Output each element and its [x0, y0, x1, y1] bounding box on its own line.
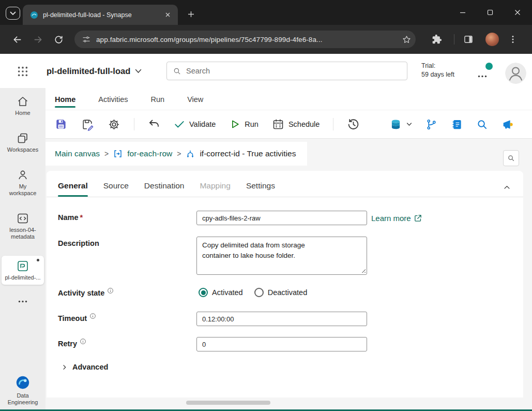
- radio-deactivated[interactable]: Deactivated: [254, 288, 308, 297]
- validate-button[interactable]: Validate: [174, 119, 216, 130]
- canvas-search-button[interactable]: [503, 150, 519, 166]
- tab-search-button[interactable]: [6, 7, 20, 20]
- breadcrumb-separator: >: [104, 150, 109, 158]
- breadcrumb-main-canvas[interactable]: Main canvas: [55, 149, 100, 158]
- tab-label: Source: [103, 181, 129, 190]
- radio-label: Deactivated: [268, 288, 308, 297]
- notebook-button[interactable]: [451, 119, 463, 130]
- trial-label: Trial:: [421, 62, 454, 70]
- workspaces-icon: [17, 132, 29, 144]
- copy-data-dropdown-button[interactable]: [389, 118, 412, 131]
- bookmark-star-button[interactable]: [402, 35, 412, 45]
- sidebar-more-button[interactable]: [2, 300, 44, 303]
- maximize-button[interactable]: [476, 0, 504, 25]
- chevron-up-icon: [503, 184, 511, 192]
- validate-label: Validate: [189, 120, 216, 128]
- tab-view[interactable]: View: [187, 88, 203, 110]
- sidebar-item-label: pl-delimited-...: [5, 274, 40, 281]
- canvas-breadcrumb-row: Main canvas > for-each-row > if-correct-…: [45, 139, 532, 166]
- tab-run[interactable]: Run: [151, 88, 165, 110]
- toolbar-divider: [333, 118, 333, 130]
- info-icon: [107, 287, 114, 294]
- browser-menu-button[interactable]: [504, 31, 522, 48]
- check-icon: [174, 119, 185, 130]
- extensions-button[interactable]: [428, 31, 446, 48]
- tab-close-button[interactable]: [163, 10, 173, 20]
- tab-destination[interactable]: Destination: [144, 181, 185, 197]
- settings-button[interactable]: [108, 118, 120, 131]
- url-text: app.fabric.microsoft.com/groups/me/pipel…: [96, 36, 397, 43]
- save-button[interactable]: [54, 118, 68, 131]
- minimize-button[interactable]: [449, 0, 476, 25]
- run-history-button[interactable]: [347, 118, 360, 131]
- sidebar-item-home[interactable]: Home: [2, 95, 44, 116]
- schedule-button[interactable]: Schedule: [272, 118, 320, 130]
- sidebar-item-workspaces[interactable]: Workspaces: [2, 132, 44, 153]
- close-window-button[interactable]: [504, 0, 531, 25]
- tab-activities[interactable]: Activities: [98, 88, 128, 110]
- tab-label: Run: [151, 95, 165, 104]
- search-icon: [476, 119, 488, 130]
- more-options-button[interactable]: [476, 72, 489, 80]
- timeout-input[interactable]: [196, 312, 367, 326]
- sidebar-item-data-engineering[interactable]: Data Engineering: [2, 375, 44, 406]
- learn-more-link[interactable]: Learn more: [371, 214, 422, 223]
- run-button[interactable]: Run: [229, 119, 259, 130]
- forward-button[interactable]: [29, 31, 47, 48]
- tab-label: Activities: [98, 95, 128, 104]
- sidebar-item-my-workspace[interactable]: My workspace: [2, 169, 44, 197]
- pipeline-title-menu[interactable]: pl-delimited-full-load: [47, 54, 142, 88]
- save-as-button[interactable]: [81, 118, 94, 131]
- window-controls: [449, 0, 531, 25]
- source-control-button[interactable]: [425, 119, 437, 130]
- trial-remaining: 59 days left: [421, 70, 454, 79]
- browse-search-button[interactable]: [476, 119, 488, 130]
- collapse-panel-button[interactable]: [500, 181, 513, 194]
- browser-tab[interactable]: pl-delimited-full-load - Synapse: [23, 5, 178, 25]
- navbar-divider: [454, 34, 454, 45]
- tab-label: Home: [55, 95, 75, 104]
- search-icon: [507, 154, 515, 162]
- description-textarea[interactable]: Copy delimited data from storage contain…: [196, 237, 367, 275]
- account-avatar[interactable]: [505, 63, 526, 84]
- tab-home[interactable]: Home: [55, 88, 75, 110]
- advanced-expander[interactable]: Advanced: [58, 363, 523, 371]
- maximize-icon: [487, 9, 493, 16]
- sidebar-item-lesson-04-metadata[interactable]: lesson-04-metadata: [2, 212, 44, 240]
- browser-profile-avatar[interactable]: [485, 33, 499, 46]
- if-condition-icon: [186, 149, 195, 158]
- horizontal-scrollbar[interactable]: [186, 401, 270, 405]
- breadcrumb: Main canvas > for-each-row > if-correct-…: [45, 142, 307, 166]
- tab-source[interactable]: Source: [103, 181, 129, 197]
- search-icon: [173, 67, 181, 76]
- back-button[interactable]: [8, 31, 26, 48]
- radio-label: Activated: [212, 288, 243, 297]
- breadcrumb-for-each-row[interactable]: for-each-row: [127, 149, 172, 158]
- info-icon: [89, 313, 96, 319]
- search-input[interactable]: [186, 67, 401, 75]
- unsaved-changes-dot: [37, 259, 39, 261]
- new-tab-button[interactable]: [185, 8, 196, 20]
- retry-input[interactable]: [196, 337, 367, 351]
- radio-button: [199, 288, 208, 297]
- reload-icon: [54, 35, 64, 45]
- address-bar[interactable]: app.fabric.microsoft.com/groups/me/pipel…: [74, 31, 416, 48]
- announcement-button[interactable]: [501, 118, 514, 131]
- tab-general[interactable]: General: [58, 181, 88, 197]
- page-title: pl-delimited-full-load: [47, 66, 130, 76]
- trial-status: Trial: 59 days left: [421, 62, 454, 79]
- tab-mapping: Mapping: [200, 181, 230, 197]
- undo-button[interactable]: [148, 118, 160, 130]
- schedule-label: Schedule: [288, 120, 320, 128]
- tab-settings[interactable]: Settings: [246, 181, 275, 197]
- left-nav-sidebar: Home Workspaces My workspace lesson-04-m…: [0, 88, 45, 411]
- app-launcher-button[interactable]: [15, 64, 31, 79]
- name-input[interactable]: [196, 211, 367, 225]
- sidebar-item-label: Workspaces: [7, 146, 38, 153]
- reload-button[interactable]: [50, 31, 67, 48]
- code-item-icon: [17, 212, 29, 225]
- radio-activated[interactable]: Activated: [199, 288, 243, 297]
- side-panel-button[interactable]: [460, 31, 477, 48]
- sidebar-item-pl-delimited[interactable]: pl-delimited-...: [2, 256, 44, 285]
- global-search-box[interactable]: [166, 62, 407, 80]
